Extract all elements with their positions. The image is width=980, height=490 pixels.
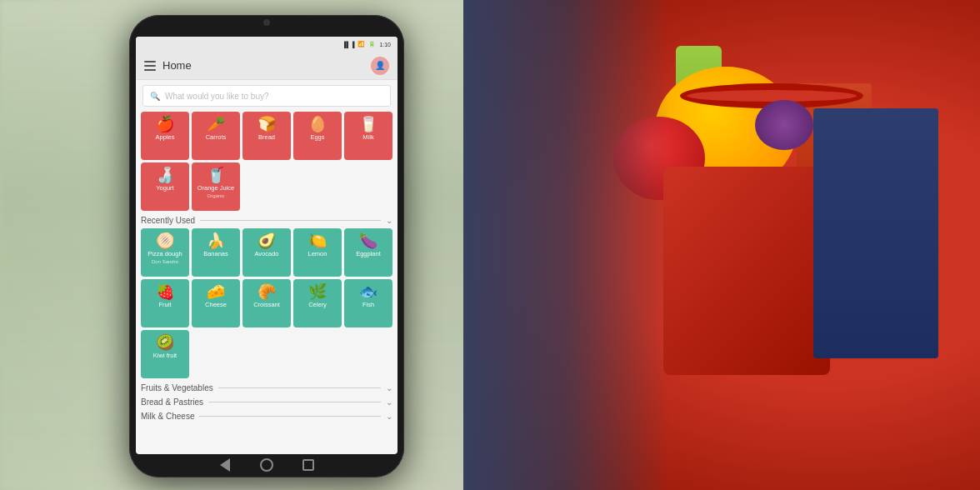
pizza-dough-sublabel: Don Sandro bbox=[152, 259, 178, 265]
item-eggplant[interactable]: 🍆 Eggplant bbox=[344, 228, 392, 277]
cheese-label: Cheese bbox=[205, 301, 227, 308]
status-bar: ▐▌▐ 📶 🔋 1:10 bbox=[136, 37, 398, 52]
phone-wrapper: ▐▌▐ 📶 🔋 1:10 Home 👤 🔍 What would you lik… bbox=[129, 15, 404, 478]
fruit-icon: 🍓 bbox=[156, 284, 174, 299]
bread-label: Bread bbox=[258, 133, 275, 141]
eggs-icon: 🥚 bbox=[308, 117, 327, 132]
bananas-icon: 🍌 bbox=[207, 233, 225, 248]
user-icon: 👤 bbox=[375, 61, 385, 70]
app-title: Home bbox=[162, 59, 364, 72]
mc-chevron[interactable]: ⌄ bbox=[386, 412, 392, 421]
bp-divider bbox=[208, 402, 381, 402]
fv-divider bbox=[218, 388, 381, 388]
carrots-label: Carrots bbox=[206, 133, 227, 141]
recently-used-header: Recently Used ⌄ bbox=[141, 216, 392, 225]
pizza-dough-icon: 🫓 bbox=[156, 233, 174, 248]
hamburger-menu[interactable] bbox=[144, 61, 156, 71]
phone-nav bbox=[218, 458, 316, 472]
recently-used-grid: 🫓 Pizza dough Don Sandro 🍌 Bananas 🥑 Avo… bbox=[141, 228, 392, 378]
section-divider bbox=[200, 220, 381, 221]
item-pizza-dough[interactable]: 🫓 Pizza dough Don Sandro bbox=[141, 228, 189, 277]
item-celery[interactable]: 🌿 Celery bbox=[293, 279, 342, 328]
item-eggs[interactable]: 🥚 Eggs bbox=[293, 112, 342, 160]
bread-pastries-label: Bread & Pastries bbox=[141, 398, 203, 407]
item-fish[interactable]: 🐟 Fish bbox=[344, 279, 392, 328]
screen-content: 🍎 Apples 🥕 Carrots 🍞 Bread bbox=[136, 112, 398, 454]
recently-used-chevron[interactable]: ⌄ bbox=[386, 216, 392, 225]
fruits-vegetables-label: Fruits & Vegetables bbox=[141, 383, 213, 392]
apples-label: Apples bbox=[156, 133, 175, 141]
recents-button[interactable] bbox=[301, 458, 316, 472]
kiwi-icon: 🥝 bbox=[156, 335, 174, 350]
lemon-label: Lemon bbox=[308, 250, 328, 258]
bread-pastries-header[interactable]: Bread & Pastries ⌄ bbox=[141, 398, 392, 407]
pizza-dough-label: Pizza dough bbox=[148, 250, 182, 258]
battery-icon: 🔋 bbox=[368, 41, 376, 48]
camera-dot bbox=[263, 19, 270, 26]
avocado-icon: 🥑 bbox=[258, 233, 276, 248]
eggplant-icon: 🍆 bbox=[359, 233, 378, 248]
bananas-label: Bananas bbox=[203, 250, 228, 258]
search-placeholder: What would you like to buy? bbox=[165, 92, 269, 101]
oj-icon: 🥤 bbox=[207, 168, 225, 182]
item-milk[interactable]: 🥛 Milk bbox=[344, 112, 392, 160]
search-icon: 🔍 bbox=[150, 92, 160, 101]
item-fruit[interactable]: 🍓 Fruit bbox=[141, 279, 189, 328]
carrots-icon: 🥕 bbox=[207, 117, 225, 132]
home-button[interactable] bbox=[259, 458, 274, 472]
milk-cheese-header[interactable]: Milk & Cheese ⌄ bbox=[141, 412, 392, 421]
eggs-label: Eggs bbox=[310, 133, 324, 141]
kiwi-label: Kiwi fruit bbox=[153, 352, 177, 359]
croissant-label: Croissant bbox=[253, 301, 280, 308]
item-orange-juice[interactable]: 🥤 Orange Juice Organic bbox=[192, 162, 240, 211]
item-yogurt[interactable]: 🍶 Yogurt bbox=[141, 162, 189, 211]
item-kiwi[interactable]: 🥝 Kiwi fruit bbox=[141, 330, 189, 378]
fish-icon: 🐟 bbox=[359, 284, 378, 299]
bread-icon: 🍞 bbox=[258, 117, 276, 132]
milk-icon: 🥛 bbox=[359, 117, 378, 132]
milk-label: Milk bbox=[362, 133, 373, 141]
item-bananas[interactable]: 🍌 Bananas bbox=[192, 228, 240, 277]
app-header: Home 👤 bbox=[136, 52, 398, 80]
signal-icon: ▐▌▐ bbox=[342, 42, 354, 48]
fv-chevron[interactable]: ⌄ bbox=[386, 383, 392, 392]
user-avatar[interactable]: 👤 bbox=[371, 57, 389, 75]
item-carrots[interactable]: 🥕 Carrots bbox=[192, 112, 240, 160]
search-bar[interactable]: 🔍 What would you like to buy? bbox=[142, 85, 391, 107]
item-bread[interactable]: 🍞 Bread bbox=[242, 112, 291, 160]
time-display: 1:10 bbox=[379, 42, 391, 48]
item-cheese[interactable]: 🧀 Cheese bbox=[192, 279, 240, 328]
grapes bbox=[755, 100, 813, 150]
celery-icon: 🌿 bbox=[308, 284, 327, 299]
mc-divider bbox=[199, 416, 381, 417]
fruits-vegetables-header[interactable]: Fruits & Vegetables ⌄ bbox=[141, 383, 392, 392]
recently-used-title: Recently Used bbox=[141, 216, 195, 225]
cheese-icon: 🧀 bbox=[207, 284, 225, 299]
pinned-items-grid: 🍎 Apples 🥕 Carrots 🍞 Bread bbox=[141, 112, 392, 211]
item-croissant[interactable]: 🥐 Croissant bbox=[242, 279, 291, 328]
milk-cheese-label: Milk & Cheese bbox=[141, 412, 194, 421]
overlay bbox=[463, 0, 980, 490]
fish-label: Fish bbox=[362, 301, 374, 308]
celery-label: Celery bbox=[308, 301, 327, 308]
item-lemon[interactable]: 🍋 Lemon bbox=[293, 228, 342, 277]
person-basket-bg bbox=[463, 0, 980, 490]
back-button[interactable] bbox=[218, 458, 232, 472]
yogurt-label: Yogurt bbox=[156, 184, 173, 192]
avocado-label: Avocado bbox=[254, 250, 278, 258]
oj-label: Orange Juice bbox=[198, 184, 235, 192]
phone-frame: ▐▌▐ 📶 🔋 1:10 Home 👤 🔍 What would you lik… bbox=[129, 15, 404, 478]
eggplant-label: Eggplant bbox=[356, 250, 381, 258]
apples-icon: 🍎 bbox=[156, 117, 174, 132]
oj-sublabel: Organic bbox=[207, 193, 224, 199]
croissant-icon: 🥐 bbox=[258, 284, 276, 299]
lemon-icon: 🍋 bbox=[308, 233, 327, 248]
wifi-icon: 📶 bbox=[358, 41, 365, 48]
fruit-label: Fruit bbox=[159, 301, 172, 308]
bp-chevron[interactable]: ⌄ bbox=[386, 398, 392, 407]
item-avocado[interactable]: 🥑 Avocado bbox=[242, 228, 291, 277]
item-apples[interactable]: 🍎 Apples bbox=[141, 112, 189, 160]
phone-screen: ▐▌▐ 📶 🔋 1:10 Home 👤 🔍 What would you lik… bbox=[136, 37, 398, 454]
yogurt-icon: 🍶 bbox=[156, 168, 174, 182]
